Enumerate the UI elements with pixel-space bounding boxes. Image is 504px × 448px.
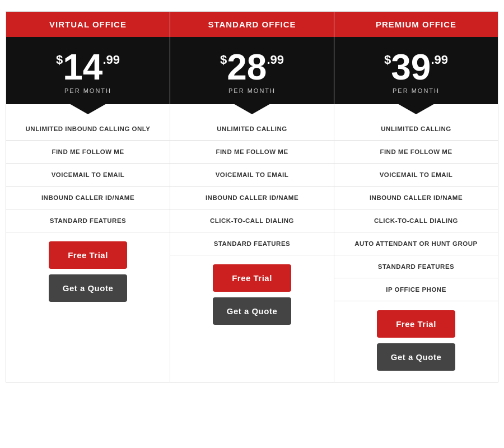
get-quote-button-premium-office[interactable]: Get a Quote [377,343,455,371]
free-trial-button-premium-office[interactable]: Free Trial [377,310,455,338]
plan-standard-office: STANDARD OFFICE$28.99PER MONTHUNLIMITED … [170,11,334,382]
plan-premium-office: PREMIUM OFFICE$39.99PER MONTHUNLIMITED C… [334,11,498,382]
feature-row: IP OFFICE PHONE [334,278,498,301]
feature-row: FIND ME FOLLOW ME [334,141,498,164]
price-section-virtual-office: $14.99PER MONTH [6,37,170,104]
price-section-standard-office: $28.99PER MONTH [170,37,334,104]
feature-row: STANDARD FEATURES [170,232,334,255]
features-section-standard-office: UNLIMITED CALLINGFIND ME FOLLOW MEVOICEM… [170,104,334,382]
per-month-label: PER MONTH [176,87,328,94]
price-section-premium-office: $39.99PER MONTH [334,37,498,104]
per-month-label: PER MONTH [12,87,164,94]
actions-premium-office: Free TrialGet a Quote [334,301,498,382]
get-quote-button-virtual-office[interactable]: Get a Quote [49,274,127,302]
free-trial-button-standard-office[interactable]: Free Trial [213,264,291,292]
price-main: 14 [63,49,102,85]
feature-row: FIND ME FOLLOW ME [170,141,334,164]
feature-row: UNLIMITED CALLING [334,118,498,141]
feature-row: AUTO ATTENDANT OR HUNT GROUP [334,232,498,255]
feature-row: STANDARD FEATURES [6,209,170,232]
feature-row: STANDARD FEATURES [334,255,498,278]
features-section-premium-office: UNLIMITED CALLINGFIND ME FOLLOW MEVOICEM… [334,104,498,382]
get-quote-button-standard-office[interactable]: Get a Quote [213,297,291,325]
feature-row: INBOUND CALLER ID/NAME [6,186,170,209]
feature-row: INBOUND CALLER ID/NAME [170,186,334,209]
pricing-table: VIRTUAL OFFICE$14.99PER MONTHUNLIMITED I… [6,11,498,382]
plan-title-virtual-office: VIRTUAL OFFICE [6,12,170,37]
free-trial-button-virtual-office[interactable]: Free Trial [49,241,127,269]
feature-row: UNLIMITED INBOUND CALLING ONLY [6,118,170,141]
feature-row: FIND ME FOLLOW ME [6,141,170,164]
feature-row: UNLIMITED CALLING [170,118,334,141]
feature-row: CLICK-TO-CALL DIALING [334,209,498,232]
features-section-virtual-office: UNLIMITED INBOUND CALLING ONLYFIND ME FO… [6,104,170,382]
price-main: 39 [391,49,431,85]
per-month-label: PER MONTH [340,87,492,94]
price-dollar-sign: $ [56,54,63,66]
feature-row: VOICEMAIL TO EMAIL [6,164,170,186]
plan-virtual-office: VIRTUAL OFFICE$14.99PER MONTHUNLIMITED I… [6,11,170,382]
price-cents: .99 [431,54,448,66]
price-cents: .99 [267,54,284,66]
plan-title-premium-office: PREMIUM OFFICE [334,12,498,37]
plan-title-standard-office: STANDARD OFFICE [170,12,334,37]
feature-row: INBOUND CALLER ID/NAME [334,186,498,209]
feature-row: CLICK-TO-CALL DIALING [170,209,334,232]
feature-row: VOICEMAIL TO EMAIL [334,164,498,186]
actions-virtual-office: Free TrialGet a Quote [6,232,170,313]
price-dollar-sign: $ [384,54,391,66]
price-wrap-standard-office: $28.99 [176,49,328,85]
price-cents: .99 [102,54,120,66]
actions-standard-office: Free TrialGet a Quote [170,255,334,336]
price-dollar-sign: $ [220,54,227,66]
price-wrap-premium-office: $39.99 [340,49,492,85]
price-main: 28 [227,49,267,85]
price-wrap-virtual-office: $14.99 [12,49,164,85]
feature-row: VOICEMAIL TO EMAIL [170,164,334,186]
